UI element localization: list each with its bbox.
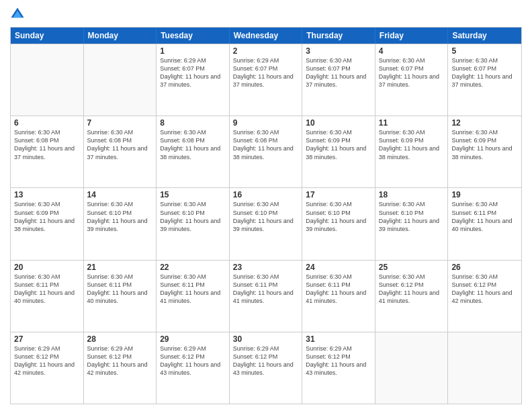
calendar-cell: 18Sunrise: 6:30 AM Sunset: 6:10 PM Dayli… — [375, 188, 449, 259]
day-number: 1 — [160, 46, 226, 56]
day-number: 7 — [87, 118, 153, 128]
day-number: 10 — [306, 118, 371, 128]
calendar-cell: 28Sunrise: 6:29 AM Sunset: 6:12 PM Dayli… — [84, 332, 157, 404]
cell-info: Sunrise: 6:30 AM Sunset: 6:10 PM Dayligh… — [233, 200, 299, 233]
cell-info: Sunrise: 6:30 AM Sunset: 6:09 PM Dayligh… — [306, 128, 371, 161]
cell-info: Sunrise: 6:30 AM Sunset: 6:11 PM Dayligh… — [306, 273, 371, 306]
calendar-cell — [11, 44, 84, 116]
day-number: 23 — [233, 263, 299, 272]
day-number: 15 — [160, 190, 226, 199]
calendar-cell: 27Sunrise: 6:29 AM Sunset: 6:12 PM Dayli… — [11, 332, 84, 404]
cell-info: Sunrise: 6:29 AM Sunset: 6:12 PM Dayligh… — [160, 345, 226, 377]
calendar-cell: 5Sunrise: 6:30 AM Sunset: 6:07 PM Daylig… — [448, 44, 521, 116]
calendar-cell: 2Sunrise: 6:29 AM Sunset: 6:07 PM Daylig… — [230, 44, 303, 116]
day-number: 27 — [14, 334, 80, 344]
day-number: 13 — [14, 190, 80, 199]
cell-info: Sunrise: 6:29 AM Sunset: 6:12 PM Dayligh… — [87, 345, 153, 377]
day-of-week-header: Monday — [84, 28, 157, 44]
day-number: 16 — [233, 190, 299, 199]
calendar-cell: 9Sunrise: 6:30 AM Sunset: 6:08 PM Daylig… — [230, 116, 303, 187]
calendar-week-row: 20Sunrise: 6:30 AM Sunset: 6:11 PM Dayli… — [11, 260, 521, 332]
calendar-cell: 11Sunrise: 6:30 AM Sunset: 6:09 PM Dayli… — [375, 116, 449, 187]
calendar-cell: 23Sunrise: 6:30 AM Sunset: 6:11 PM Dayli… — [230, 261, 303, 332]
cell-info: Sunrise: 6:30 AM Sunset: 6:07 PM Dayligh… — [379, 56, 445, 89]
calendar-cell: 8Sunrise: 6:30 AM Sunset: 6:08 PM Daylig… — [157, 116, 230, 187]
day-of-week-header: Saturday — [448, 28, 521, 44]
cell-info: Sunrise: 6:30 AM Sunset: 6:07 PM Dayligh… — [306, 56, 371, 89]
day-number: 20 — [14, 263, 80, 272]
calendar-cell: 19Sunrise: 6:30 AM Sunset: 6:11 PM Dayli… — [448, 188, 521, 259]
calendar-cell: 15Sunrise: 6:30 AM Sunset: 6:10 PM Dayli… — [157, 188, 230, 259]
calendar-week-row: 13Sunrise: 6:30 AM Sunset: 6:09 PM Dayli… — [11, 187, 521, 259]
cell-info: Sunrise: 6:30 AM Sunset: 6:09 PM Dayligh… — [451, 128, 518, 161]
calendar-cell: 22Sunrise: 6:30 AM Sunset: 6:11 PM Dayli… — [157, 261, 230, 332]
calendar-cell: 25Sunrise: 6:30 AM Sunset: 6:12 PM Dayli… — [375, 261, 449, 332]
day-of-week-header: Thursday — [302, 28, 375, 44]
cell-info: Sunrise: 6:30 AM Sunset: 6:09 PM Dayligh… — [379, 128, 445, 161]
day-of-week-header: Friday — [375, 28, 449, 44]
cell-info: Sunrise: 6:30 AM Sunset: 6:10 PM Dayligh… — [160, 200, 226, 233]
day-number: 9 — [233, 118, 299, 128]
calendar-week-row: 27Sunrise: 6:29 AM Sunset: 6:12 PM Dayli… — [11, 332, 521, 404]
day-number: 25 — [379, 263, 445, 272]
day-number: 24 — [306, 263, 371, 272]
calendar-week-row: 6Sunrise: 6:30 AM Sunset: 6:08 PM Daylig… — [11, 116, 521, 187]
cell-info: Sunrise: 6:30 AM Sunset: 6:08 PM Dayligh… — [14, 128, 80, 161]
cell-info: Sunrise: 6:30 AM Sunset: 6:08 PM Dayligh… — [160, 128, 226, 161]
calendar-cell — [375, 332, 449, 404]
logo — [10, 7, 28, 21]
cell-info: Sunrise: 6:29 AM Sunset: 6:12 PM Dayligh… — [233, 345, 299, 377]
cell-info: Sunrise: 6:30 AM Sunset: 6:11 PM Dayligh… — [160, 273, 226, 306]
cell-info: Sunrise: 6:30 AM Sunset: 6:11 PM Dayligh… — [451, 200, 518, 233]
day-number: 4 — [379, 46, 445, 56]
cell-info: Sunrise: 6:30 AM Sunset: 6:10 PM Dayligh… — [306, 200, 371, 233]
day-number: 30 — [233, 334, 299, 344]
day-number: 26 — [451, 263, 518, 272]
cell-info: Sunrise: 6:30 AM Sunset: 6:11 PM Dayligh… — [14, 273, 80, 306]
calendar-cell: 12Sunrise: 6:30 AM Sunset: 6:09 PM Dayli… — [448, 116, 521, 187]
day-of-week-header: Sunday — [11, 28, 84, 44]
day-number: 17 — [306, 190, 371, 199]
cell-info: Sunrise: 6:30 AM Sunset: 6:07 PM Dayligh… — [451, 56, 518, 89]
day-number: 3 — [306, 46, 371, 56]
calendar-cell: 6Sunrise: 6:30 AM Sunset: 6:08 PM Daylig… — [11, 116, 84, 187]
cell-info: Sunrise: 6:30 AM Sunset: 6:11 PM Dayligh… — [87, 273, 153, 306]
day-number: 22 — [160, 263, 226, 272]
calendar-cell: 4Sunrise: 6:30 AM Sunset: 6:07 PM Daylig… — [375, 44, 449, 116]
calendar-cell: 24Sunrise: 6:30 AM Sunset: 6:11 PM Dayli… — [302, 261, 375, 332]
day-of-week-header: Tuesday — [157, 28, 230, 44]
day-of-week-header: Wednesday — [230, 28, 303, 44]
calendar-cell: 7Sunrise: 6:30 AM Sunset: 6:08 PM Daylig… — [84, 116, 157, 187]
calendar-week-row: 1Sunrise: 6:29 AM Sunset: 6:07 PM Daylig… — [11, 44, 521, 116]
day-number: 6 — [14, 118, 80, 128]
day-number: 12 — [451, 118, 518, 128]
calendar-body: 1Sunrise: 6:29 AM Sunset: 6:07 PM Daylig… — [11, 44, 521, 404]
calendar-cell: 17Sunrise: 6:30 AM Sunset: 6:10 PM Dayli… — [302, 188, 375, 259]
calendar-cell: 13Sunrise: 6:30 AM Sunset: 6:09 PM Dayli… — [11, 188, 84, 259]
page: SundayMondayTuesdayWednesdayThursdayFrid… — [0, 0, 532, 411]
calendar-cell: 21Sunrise: 6:30 AM Sunset: 6:11 PM Dayli… — [84, 261, 157, 332]
calendar-cell — [448, 332, 521, 404]
cell-info: Sunrise: 6:30 AM Sunset: 6:10 PM Dayligh… — [379, 200, 445, 233]
calendar-cell: 30Sunrise: 6:29 AM Sunset: 6:12 PM Dayli… — [230, 332, 303, 404]
day-number: 19 — [451, 190, 518, 199]
day-number: 18 — [379, 190, 445, 199]
cell-info: Sunrise: 6:30 AM Sunset: 6:08 PM Dayligh… — [233, 128, 299, 161]
cell-info: Sunrise: 6:29 AM Sunset: 6:07 PM Dayligh… — [233, 56, 299, 89]
calendar: SundayMondayTuesdayWednesdayThursdayFrid… — [10, 27, 522, 404]
cell-info: Sunrise: 6:30 AM Sunset: 6:08 PM Dayligh… — [87, 128, 153, 161]
calendar-cell: 26Sunrise: 6:30 AM Sunset: 6:12 PM Dayli… — [448, 261, 521, 332]
day-number: 29 — [160, 334, 226, 344]
cell-info: Sunrise: 6:30 AM Sunset: 6:10 PM Dayligh… — [87, 200, 153, 233]
calendar-cell: 29Sunrise: 6:29 AM Sunset: 6:12 PM Dayli… — [157, 332, 230, 404]
cell-info: Sunrise: 6:30 AM Sunset: 6:12 PM Dayligh… — [379, 273, 445, 306]
day-number: 11 — [379, 118, 445, 128]
calendar-header: SundayMondayTuesdayWednesdayThursdayFrid… — [11, 28, 521, 44]
calendar-cell: 31Sunrise: 6:29 AM Sunset: 6:12 PM Dayli… — [302, 332, 375, 404]
day-number: 21 — [87, 263, 153, 272]
day-number: 28 — [87, 334, 153, 344]
calendar-cell: 3Sunrise: 6:30 AM Sunset: 6:07 PM Daylig… — [302, 44, 375, 116]
day-number: 31 — [306, 334, 371, 344]
calendar-cell: 14Sunrise: 6:30 AM Sunset: 6:10 PM Dayli… — [84, 188, 157, 259]
calendar-cell: 10Sunrise: 6:30 AM Sunset: 6:09 PM Dayli… — [302, 116, 375, 187]
